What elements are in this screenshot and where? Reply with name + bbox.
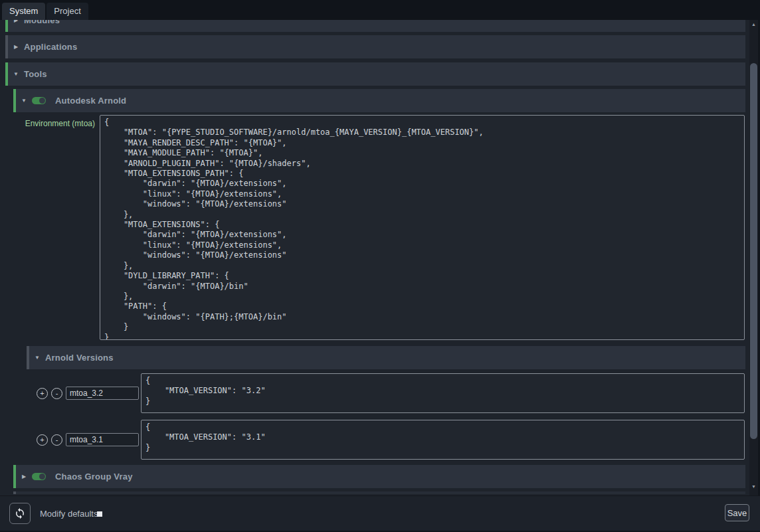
version-key-input[interactable]: [66, 433, 139, 446]
scroll-down-icon[interactable]: ▼: [749, 482, 758, 491]
chevron-right-icon: ▶: [16, 474, 32, 480]
vertical-scrollbar[interactable]: ▲ ▼: [749, 20, 758, 495]
environment-label: Environment (mtoa): [13, 115, 100, 340]
add-item-button[interactable]: +: [37, 434, 48, 446]
section-title-chaos-group-vray: Chaos Group Vray: [55, 472, 133, 482]
version-key-input[interactable]: [66, 387, 139, 400]
version-json-textarea[interactable]: { "MTOA_VERSION": "3.2" }: [141, 373, 745, 413]
chevron-right-icon: ▶: [8, 44, 24, 50]
section-header-modules[interactable]: ▶ Modules: [5, 20, 745, 32]
section-title-autodesk-arnold: Autodesk Arnold: [55, 96, 126, 106]
chevron-down-icon: ▼: [29, 355, 45, 361]
section-title-applications: Applications: [24, 42, 77, 52]
remove-item-button[interactable]: -: [51, 388, 62, 399]
section-title-arnold-versions: Arnold Versions: [45, 353, 114, 363]
section-header-autodesk-arnold[interactable]: ▼ Autodesk Arnold: [13, 89, 745, 112]
settings-scroll-area: ▶ Modules ▶ Applications ▼ Tools ▼ Autod…: [0, 20, 749, 495]
section-title-modules: Modules: [24, 20, 60, 25]
version-item-row: + - { "MTOA_VERSION": "3.2" }: [27, 373, 745, 413]
chevron-down-icon: ▼: [16, 98, 32, 104]
modify-defaults-label: Modify defaults: [40, 496, 98, 531]
toggle-knob: [39, 474, 45, 480]
tab-bar: System Project: [0, 0, 760, 20]
remove-item-button[interactable]: -: [51, 434, 62, 446]
chevron-right-icon: ▶: [8, 20, 24, 23]
arnold-enabled-toggle[interactable]: [32, 97, 46, 104]
toggle-knob: [39, 98, 45, 104]
vray-enabled-toggle[interactable]: [32, 473, 46, 480]
environment-field-row: Environment (mtoa) { "MTOA": "{PYPE_STUD…: [13, 115, 745, 340]
tab-system[interactable]: System: [2, 3, 45, 20]
scrollbar-thumb[interactable]: [750, 63, 757, 439]
section-title-tools: Tools: [24, 69, 47, 79]
section-header-tools[interactable]: ▼ Tools: [5, 62, 745, 86]
modify-defaults-checkbox[interactable]: [97, 511, 102, 517]
environment-json-textarea[interactable]: { "MTOA": "{PYPE_STUDIO_SOFTWARE}/arnold…: [100, 115, 745, 340]
section-header-arnold-versions[interactable]: ▼ Arnold Versions: [27, 346, 745, 369]
tab-project[interactable]: Project: [47, 3, 88, 20]
add-item-button[interactable]: +: [37, 388, 48, 399]
scroll-up-icon[interactable]: ▲: [749, 20, 758, 29]
save-button[interactable]: Save: [725, 504, 749, 521]
footer-bar: Modify defaults Save: [0, 495, 760, 531]
chevron-down-icon: ▼: [8, 71, 24, 77]
refresh-icon: [14, 507, 26, 519]
version-json-textarea[interactable]: { "MTOA_VERSION": "3.1" }: [141, 420, 745, 460]
version-item-row: + - { "MTOA_VERSION": "3.1" }: [27, 420, 745, 460]
clipped-next-section: [13, 491, 745, 494]
section-header-chaos-group-vray[interactable]: ▶ Chaos Group Vray: [13, 465, 745, 488]
refresh-button[interactable]: [9, 503, 31, 524]
settings-content: ▶ Modules ▶ Applications ▼ Tools ▼ Autod…: [0, 20, 749, 494]
section-header-applications[interactable]: ▶ Applications: [5, 35, 745, 58]
